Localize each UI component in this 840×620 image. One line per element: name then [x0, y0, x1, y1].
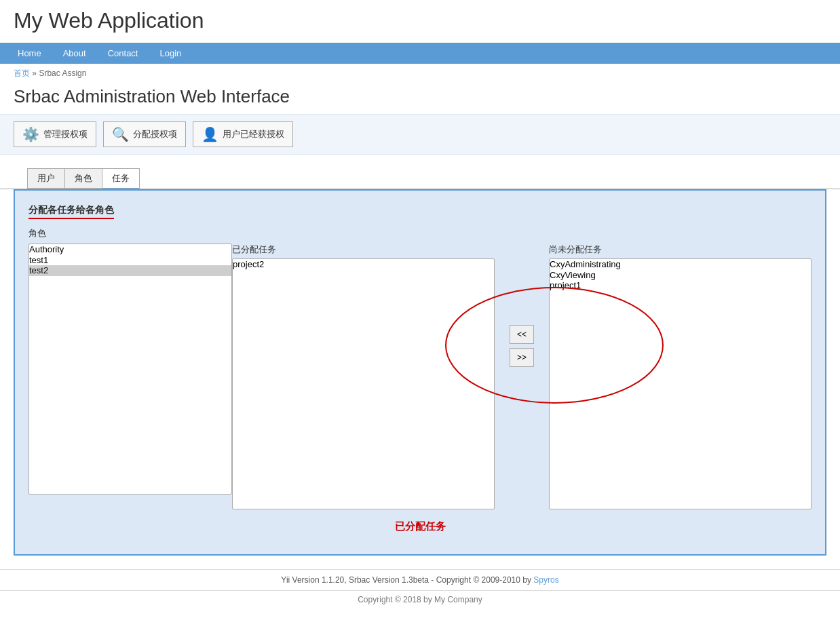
manage-label: 管理授权项 — [43, 128, 88, 140]
nav-item-about[interactable]: About — [52, 43, 97, 64]
role-label: 角色 — [28, 227, 812, 239]
nav-item-contact[interactable]: Contact — [97, 43, 149, 64]
tabs: 用户角色任务 — [14, 161, 826, 189]
nav-list: HomeAboutContactLogin — [0, 43, 840, 64]
unassigned-listbox[interactable]: CxyAdministratingCxyViewingproject1 — [549, 258, 812, 509]
unassigned-option-CxyAdministrating[interactable]: CxyAdministrating — [550, 259, 811, 270]
nav-item-login[interactable]: Login — [149, 43, 192, 64]
copyright-text: Copyright © 2018 by My Company — [358, 595, 482, 604]
assigned-column: 已分配任务 project2 — [232, 244, 495, 509]
role-option-test2[interactable]: test2 — [29, 265, 231, 276]
unassigned-option-project1[interactable]: project1 — [550, 280, 811, 291]
navigation: HomeAboutContactLogin — [0, 43, 840, 64]
columns-layout: Authoritytest1test2 已分配任务 project2 << >> — [28, 244, 812, 509]
granted-label: 用户已经获授权 — [223, 128, 284, 140]
section-title: 分配各任务给各角色 — [28, 204, 114, 219]
action-btn-assign[interactable]: 🔍分配授权项 — [103, 121, 186, 147]
assign-icon: 🔍 — [112, 126, 129, 142]
footer-text: Yii Version 1.1.20, Srbac Version 1.3bet… — [281, 575, 531, 585]
action-btn-manage[interactable]: ⚙️管理授权项 — [14, 121, 96, 147]
transfer-right-button[interactable]: >> — [510, 348, 534, 367]
footer-author-link[interactable]: Spyros — [533, 575, 558, 585]
unassigned-label: 尚未分配任务 — [549, 244, 812, 256]
action-btn-granted[interactable]: 👤用户已经获授权 — [193, 121, 293, 147]
breadcrumb: 首页 » Srbac Assign — [0, 64, 840, 83]
app-title: My Web Application — [14, 8, 826, 33]
unassigned-option-CxyViewing[interactable]: CxyViewing — [550, 270, 811, 281]
breadcrumb-home-link[interactable]: 首页 — [14, 69, 30, 78]
role-option-test1[interactable]: test1 — [29, 255, 231, 266]
manage-icon: ⚙️ — [22, 126, 39, 142]
tab-任务[interactable]: 任务 — [102, 168, 140, 189]
assign-label: 分配授权项 — [133, 128, 177, 140]
page-title: Srbac Administration Web Interface — [0, 83, 840, 114]
assigned-listbox[interactable]: project2 — [232, 258, 495, 509]
assigned-label: 已分配任务 — [232, 244, 495, 256]
transfer-left-button[interactable]: << — [510, 325, 534, 344]
tab-用户[interactable]: 用户 — [27, 168, 64, 189]
nav-item-home[interactable]: Home — [7, 43, 52, 64]
role-option-Authority[interactable]: Authority — [29, 244, 231, 255]
action-buttons-area: ⚙️管理授权项🔍分配授权项👤用户已经获授权 — [0, 114, 840, 155]
submit-area: 已分配任务 — [28, 520, 812, 533]
assigned-option-project2[interactable]: project2 — [233, 259, 494, 270]
main-content: 分配各任务给各角色 角色 Authoritytest1test2 已分配任务 p… — [14, 189, 826, 556]
breadcrumb-separator: » — [32, 69, 37, 78]
roles-column: Authoritytest1test2 — [28, 244, 232, 495]
roles-listbox[interactable]: Authoritytest1test2 — [28, 244, 232, 495]
unassigned-column: 尚未分配任务 CxyAdministratingCxyViewingprojec… — [549, 244, 812, 509]
right-section: 已分配任务 project2 << >> 尚未分配任务 CxyAdministr… — [232, 244, 812, 509]
breadcrumb-current: Srbac Assign — [39, 69, 86, 78]
submit-button[interactable]: 已分配任务 — [395, 520, 446, 533]
granted-icon: 👤 — [202, 126, 218, 142]
tab-角色[interactable]: 角色 — [64, 168, 102, 189]
transfer-buttons: << >> — [495, 244, 549, 371]
footer-info: Yii Version 1.1.20, Srbac Version 1.3bet… — [0, 569, 840, 590]
footer-copyright: Copyright © 2018 by My Company — [0, 590, 840, 608]
